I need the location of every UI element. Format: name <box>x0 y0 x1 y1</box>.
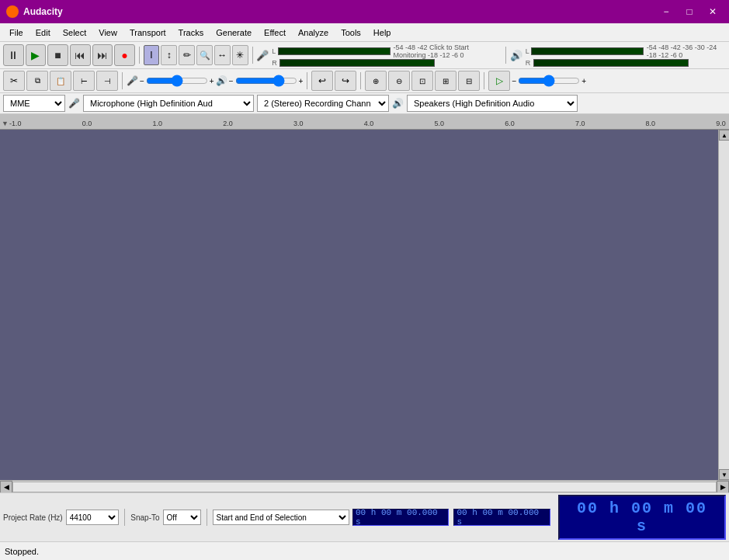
menu-edit[interactable]: Edit <box>30 24 57 41</box>
play-button[interactable]: ▶ <box>26 44 47 66</box>
snap-to-select[interactable]: Off On <box>163 510 201 525</box>
menu-transport[interactable]: Transport <box>123 24 172 41</box>
menu-tools[interactable]: Tools <box>335 24 367 41</box>
menu-analyze[interactable]: Analyze <box>292 24 335 41</box>
maximize-button[interactable]: □ <box>679 4 699 19</box>
menu-generate[interactable]: Generate <box>210 24 258 41</box>
toolbar-row2: ✂ ⧉ 📋 ⊢ ⊣ 🎤 − + 🔊 − + ↩ ↪ ⊕ ⊖ ⊡ ⊞ ⊟ ▷ − … <box>0 69 729 93</box>
main-container: File Edit Select View Transport Tracks G… <box>0 23 729 560</box>
ruler-mark-7: 7.0 <box>575 120 585 127</box>
zoom-in-button[interactable]: ⊕ <box>365 71 387 91</box>
separator5 <box>307 72 307 89</box>
ruler-labels: -1.0 0.0 1.0 2.0 3.0 4.0 5.0 6.0 7.0 8.0… <box>6 120 729 127</box>
menu-effect[interactable]: Effect <box>258 24 292 41</box>
app-title: Audacity <box>23 6 656 17</box>
play-at-speed-button[interactable]: ▷ <box>488 71 510 91</box>
snap-to-label: Snap-To <box>130 513 159 522</box>
ruler-mark--1: -1.0 <box>9 120 22 127</box>
vu-out-label: -54 -48 -42 -36 -30 -24 -18 -12 -6 0 <box>647 43 724 59</box>
redo-button[interactable]: ↪ <box>335 71 356 91</box>
stop-button[interactable]: ■ <box>47 44 68 66</box>
silence-button[interactable]: ⊣ <box>96 71 118 91</box>
cut-button[interactable]: ✂ <box>3 71 25 91</box>
horizontal-scrollbar[interactable]: ◀ ▶ <box>0 480 729 492</box>
menu-select[interactable]: Select <box>57 24 93 41</box>
track-area[interactable]: ▲ ▼ <box>0 130 729 480</box>
app-icon <box>6 5 19 18</box>
selection-tool-button[interactable]: I <box>144 45 160 65</box>
draw-tool-button[interactable]: ✏ <box>179 45 195 65</box>
time-input-1-box: 00 h 00 m 00.000 s <box>352 509 449 526</box>
spk-volume-slider[interactable] <box>235 75 297 86</box>
menu-file[interactable]: File <box>3 24 30 41</box>
menu-tracks[interactable]: Tracks <box>172 24 210 41</box>
vu-label-top: -54 -48 -42 Click to Start Monitoring -1… <box>394 43 500 59</box>
spk-device-icon: 🔊 <box>392 98 404 109</box>
speed-slider[interactable] <box>518 75 580 86</box>
ruler-start: ▼ <box>0 120 6 127</box>
zoom-fit-button[interactable]: ⊞ <box>435 71 456 91</box>
time-input-1[interactable]: 00 h 00 m 00.000 s <box>356 508 446 527</box>
separator4 <box>122 72 123 89</box>
track-area-wrapper: ▲ ▼ ◀ ▶ <box>0 130 729 492</box>
channels-select[interactable]: 2 (Stereo) Recording Chann 1 (Mono) Reco… <box>257 95 389 112</box>
toolbar-row1: ⏸ ▶ ■ ⏮ ⏭ ● I ↕ ✏ 🔍 ↔ ✳ 🎤 L -54 -48 -42 … <box>0 42 729 69</box>
scroll-track-v[interactable] <box>719 141 729 469</box>
spk-plus-label: + <box>299 77 304 85</box>
undo-button[interactable]: ↩ <box>311 71 333 91</box>
vol-plus-label: + <box>210 77 214 85</box>
menu-view[interactable]: View <box>92 24 123 41</box>
pause-button[interactable]: ⏸ <box>3 44 24 66</box>
bottom-sep1 <box>124 509 125 526</box>
record-button[interactable]: ● <box>114 44 135 66</box>
skip-end-button[interactable]: ⏭ <box>92 44 113 66</box>
vu-out-right-label: R <box>526 59 532 67</box>
api-select[interactable]: MME DirectSound WASAPI <box>3 95 65 112</box>
mic-device-select[interactable]: Microphone (High Definition Aud <box>83 95 254 112</box>
vu-right-label: R <box>272 59 278 67</box>
time-input-2[interactable]: 00 h 00 m 00.000 s <box>456 508 547 527</box>
mic-volume-slider[interactable] <box>146 75 208 86</box>
titlebar: Audacity − □ ✕ <box>0 0 729 23</box>
spk-device-select[interactable]: Speakers (High Definition Audio <box>407 95 578 112</box>
vertical-scrollbar[interactable]: ▲ ▼ <box>718 130 729 480</box>
zoom-sel-button[interactable]: ⊡ <box>411 71 433 91</box>
scroll-up-button[interactable]: ▲ <box>719 130 729 141</box>
separator1 <box>139 47 140 64</box>
window-controls: − □ ✕ <box>656 4 723 19</box>
multi-tool-button[interactable]: ✳ <box>232 45 248 65</box>
mic-vol-icon: 🎤 <box>127 75 138 86</box>
minimize-button[interactable]: − <box>656 4 676 19</box>
zoom-fit-v-button[interactable]: ⊟ <box>458 71 480 91</box>
output-vu-meter: L -54 -48 -42 -36 -30 -24 -18 -12 -6 0 R <box>526 43 724 67</box>
scroll-right-button[interactable]: ▶ <box>717 481 729 493</box>
timeshift-tool-button[interactable]: ↔ <box>214 45 231 65</box>
zoom-out-button[interactable]: ⊖ <box>388 71 410 91</box>
vu-out-right-bar <box>533 59 689 67</box>
ruler-mark-5: 5.0 <box>434 120 444 127</box>
mic-icon: 🎤 <box>256 50 269 61</box>
ruler-mark-8: 8.0 <box>646 120 656 127</box>
ruler-marks: -1.0 0.0 1.0 2.0 3.0 4.0 5.0 6.0 7.0 8.0… <box>6 120 729 127</box>
menu-help[interactable]: Help <box>367 24 397 41</box>
vu-left-bar <box>278 47 390 55</box>
scroll-track-h[interactable] <box>12 482 717 492</box>
paste-button[interactable]: 📋 <box>50 71 71 91</box>
skip-start-button[interactable]: ⏮ <box>70 44 91 66</box>
trim-button[interactable]: ⊢ <box>73 71 95 91</box>
bottom-toolbar: Project Rate (Hz) 44100 22050 48000 Snap… <box>0 492 729 541</box>
ruler-mark-1: 1.0 <box>152 120 162 127</box>
speed-minus-label: − <box>512 77 516 85</box>
zoom-tool-button[interactable]: 🔍 <box>196 45 213 65</box>
spk-vol-icon: 🔊 <box>216 75 227 86</box>
speaker-icon: 🔊 <box>510 50 522 61</box>
close-button[interactable]: ✕ <box>703 4 723 19</box>
project-rate-select[interactable]: 44100 22050 48000 <box>66 510 120 525</box>
envelope-tool-button[interactable]: ↕ <box>161 45 177 65</box>
scroll-down-button[interactable]: ▼ <box>719 469 729 480</box>
bottom-sep2 <box>207 509 207 526</box>
spk-minus-label: − <box>229 77 234 85</box>
selection-format-select[interactable]: Start and End of Selection Start and Len… <box>213 510 349 525</box>
copy-button[interactable]: ⧉ <box>26 71 48 91</box>
scroll-left-button[interactable]: ◀ <box>0 481 12 493</box>
